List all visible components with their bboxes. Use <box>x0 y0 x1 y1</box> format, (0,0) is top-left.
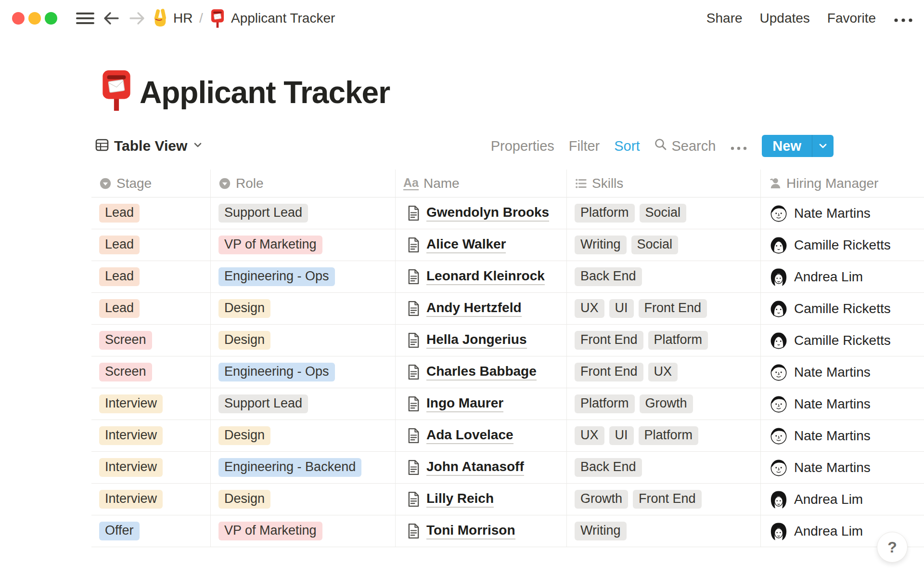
skills-cell[interactable]: WritingSocial <box>567 229 761 261</box>
column-header-name[interactable]: AaName <box>396 170 567 197</box>
more-options-icon[interactable] <box>893 10 913 26</box>
close-window-button[interactable] <box>12 12 25 25</box>
new-dropdown-chevron-icon[interactable] <box>812 135 834 157</box>
stage-tag: Lead <box>99 267 140 286</box>
breadcrumb-workspace[interactable]: HR <box>173 0 192 37</box>
page-link[interactable]: Ingo Maurer <box>426 395 503 412</box>
name-cell[interactable]: Lilly Reich <box>396 484 567 515</box>
role-cell[interactable]: Engineering - Ops <box>211 356 396 388</box>
stage-cell[interactable]: Lead <box>91 229 211 261</box>
page-link[interactable]: Lilly Reich <box>426 491 494 508</box>
role-cell[interactable]: Design <box>211 420 396 452</box>
column-header-role[interactable]: Role <box>211 170 396 197</box>
page-link[interactable]: Leonard Kleinrock <box>426 268 545 285</box>
favorite-button[interactable]: Favorite <box>827 11 876 26</box>
role-cell[interactable]: Design <box>211 325 396 356</box>
stage-cell[interactable]: Screen <box>91 356 211 388</box>
stage-cell[interactable]: Lead <box>91 293 211 325</box>
skills-cell[interactable]: Writing <box>567 515 761 547</box>
manager-cell[interactable]: Nate Martins <box>761 452 924 484</box>
column-header-skills[interactable]: Skills <box>567 170 761 197</box>
back-arrow-icon[interactable] <box>102 0 120 37</box>
role-cell[interactable]: Support Lead <box>211 197 396 229</box>
stage-cell[interactable]: Interview <box>91 388 211 420</box>
name-cell[interactable]: Charles Babbage <box>396 356 567 388</box>
manager-cell[interactable]: Nate Martins <box>761 388 924 420</box>
name-cell[interactable]: Ada Lovelace <box>396 420 567 452</box>
zoom-window-button[interactable] <box>45 12 57 25</box>
updates-button[interactable]: Updates <box>760 11 810 26</box>
role-cell[interactable]: Engineering - Backend <box>211 452 396 484</box>
role-cell[interactable]: VP of Marketing <box>211 229 396 261</box>
skills-cell[interactable]: Back End <box>567 452 761 484</box>
page-link[interactable]: Gwendolyn Brooks <box>426 205 549 222</box>
skills-cell[interactable]: GrowthFront End <box>567 484 761 515</box>
stage-cell[interactable]: Interview <box>91 420 211 452</box>
skills-cell[interactable]: UXUIFront End <box>567 293 761 325</box>
role-cell[interactable]: Design <box>211 484 396 515</box>
stage-tag: Offer <box>99 522 140 540</box>
skills-cell[interactable]: Back End <box>567 261 761 293</box>
stage-cell[interactable]: Offer <box>91 515 211 547</box>
manager-cell[interactable]: Nate Martins <box>761 197 924 229</box>
sort-button[interactable]: Sort <box>614 138 640 154</box>
skills-cell[interactable]: Front EndUX <box>567 356 761 388</box>
role-tag: VP of Marketing <box>218 522 322 540</box>
name-cell[interactable]: Alice Walker <box>396 229 567 261</box>
page-link[interactable]: Andy Hertzfeld <box>426 300 522 317</box>
share-button[interactable]: Share <box>706 11 743 26</box>
name-cell[interactable]: Toni Morrison <box>396 515 567 547</box>
role-cell[interactable]: VP of Marketing <box>211 515 396 547</box>
manager-cell[interactable]: Nate Martins <box>761 420 924 452</box>
page-icon <box>407 237 420 253</box>
victory-hand-icon <box>152 0 168 37</box>
skills-cell[interactable]: PlatformGrowth <box>567 388 761 420</box>
manager-cell[interactable]: Andrea Lim <box>761 261 924 293</box>
page-link[interactable]: Alice Walker <box>426 236 506 253</box>
page-link[interactable]: John Atanasoff <box>426 459 524 476</box>
manager-cell[interactable]: Camille Ricketts <box>761 325 924 356</box>
name-cell[interactable]: John Atanasoff <box>396 452 567 484</box>
minimize-window-button[interactable] <box>28 12 41 25</box>
stage-cell[interactable]: Interview <box>91 484 211 515</box>
breadcrumb-page[interactable]: Applicant Tracker <box>231 0 335 37</box>
skills-cell[interactable]: Front EndPlatform <box>567 325 761 356</box>
filter-button[interactable]: Filter <box>569 138 600 154</box>
role-cell[interactable]: Design <box>211 293 396 325</box>
page-postbox-icon[interactable] <box>101 69 132 111</box>
name-cell[interactable]: Ingo Maurer <box>396 388 567 420</box>
search-button[interactable]: Search <box>654 138 716 154</box>
properties-button[interactable]: Properties <box>491 138 554 154</box>
name-cell[interactable]: Andy Hertzfeld <box>396 293 567 325</box>
help-button[interactable]: ? <box>877 532 908 563</box>
forward-arrow-icon[interactable] <box>128 0 146 37</box>
manager-name: Camille Ricketts <box>794 301 891 316</box>
stage-cell[interactable]: Interview <box>91 452 211 484</box>
sidebar-menu-icon[interactable] <box>76 0 95 37</box>
table-row: LeadSupport LeadGwendolyn BrooksPlatform… <box>91 197 924 229</box>
manager-cell[interactable]: Andrea Lim <box>761 484 924 515</box>
manager-cell[interactable]: Camille Ricketts <box>761 293 924 325</box>
name-cell[interactable]: Gwendolyn Brooks <box>396 197 567 229</box>
page-title[interactable]: Applicant Tracker <box>140 71 390 114</box>
name-cell[interactable]: Leonard Kleinrock <box>396 261 567 293</box>
page-link[interactable]: Hella Jongerius <box>426 332 527 349</box>
manager-cell[interactable]: Nate Martins <box>761 356 924 388</box>
name-cell[interactable]: Hella Jongerius <box>396 325 567 356</box>
role-cell[interactable]: Support Lead <box>211 388 396 420</box>
column-header-hiring-manager[interactable]: Hiring Manager <box>761 170 924 197</box>
new-button[interactable]: New <box>762 135 812 157</box>
stage-cell[interactable]: Screen <box>91 325 211 356</box>
page-link[interactable]: Charles Babbage <box>426 364 537 381</box>
column-header-stage[interactable]: Stage <box>91 170 211 197</box>
stage-cell[interactable]: Lead <box>91 261 211 293</box>
page-link[interactable]: Toni Morrison <box>426 523 515 539</box>
view-switcher[interactable]: Table View <box>95 131 203 161</box>
role-cell[interactable]: Engineering - Ops <box>211 261 396 293</box>
page-link[interactable]: Ada Lovelace <box>426 427 513 444</box>
manager-cell[interactable]: Camille Ricketts <box>761 229 924 261</box>
toolbar-more-icon[interactable] <box>730 138 747 154</box>
skills-cell[interactable]: PlatformSocial <box>567 197 761 229</box>
stage-cell[interactable]: Lead <box>91 197 211 229</box>
skills-cell[interactable]: UXUIPlatform <box>567 420 761 452</box>
